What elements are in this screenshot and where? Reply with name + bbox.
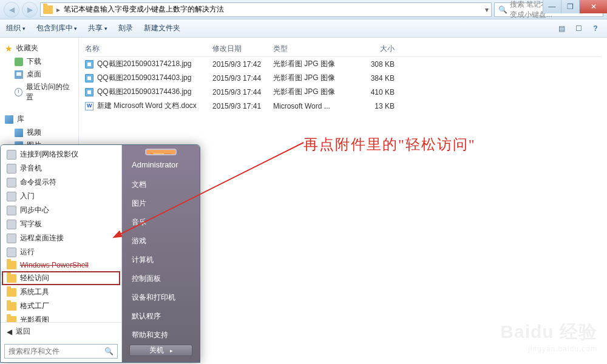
sidebar-item[interactable]: 视频 [2, 126, 76, 139]
toolbar: 组织 包含到库中 共享 刻录 新建文件夹 ▤ ☐ ? [0, 19, 607, 38]
library-icon [5, 115, 13, 124]
shutdown-button[interactable]: 关机 [129, 345, 192, 356]
app-icon [7, 220, 16, 229]
start-right-item[interactable]: 设备和打印机 [122, 288, 200, 307]
start-item[interactable]: 入门 [2, 189, 120, 203]
start-right-item[interactable]: 计算机 [122, 251, 200, 269]
file-row[interactable]: QQ截图20150903174218.jpg 2015/9/3 17:42 光影… [85, 57, 601, 71]
doc-icon [85, 102, 93, 110]
app-icon [7, 178, 16, 187]
burn-button[interactable]: 刻录 [118, 23, 133, 33]
folder-icon [7, 288, 16, 297]
help-icon[interactable]: ? [590, 23, 601, 34]
start-right-item[interactable]: 默认程序 [122, 307, 200, 326]
start-item[interactable]: Windows PowerShell [2, 259, 120, 271]
preview-button[interactable]: ☐ [573, 23, 584, 34]
address-bar[interactable]: ▸ 笔记本键盘输入字母变成小键盘上数字的解决方法 ▾ [40, 2, 492, 17]
start-item[interactable]: 格式工厂 [2, 299, 120, 313]
user-avatar[interactable] [145, 149, 177, 155]
favorites-header[interactable]: ★收藏夹 [2, 41, 76, 55]
start-item[interactable]: 写字板 [2, 217, 120, 231]
column-headers[interactable]: 名称 修改日期 类型 大小 [85, 41, 601, 57]
start-item[interactable]: 同步中心 [2, 203, 120, 217]
newfolder-button[interactable]: 新建文件夹 [144, 23, 180, 33]
maximize-button[interactable]: ❐ [561, 0, 579, 13]
start-item[interactable]: 连接到网络投影仪 [2, 147, 120, 161]
start-right-item[interactable]: 图片 [122, 194, 200, 213]
folder-icon [7, 316, 16, 323]
file-row[interactable]: 新建 Microsoft Word 文档.docx 2015/9/3 17:41… [85, 99, 601, 113]
app-icon [7, 248, 16, 257]
col-date[interactable]: 修改日期 [212, 44, 273, 54]
jpg-icon [85, 88, 93, 96]
folder-icon [7, 274, 16, 283]
app-icon [7, 192, 16, 201]
nav-forward-button[interactable]: ▶ [22, 2, 38, 18]
search-icon: 🔍 [498, 5, 507, 14]
start-menu: 连接到网络投影仪录音机命令提示符入门同步中心写字板远程桌面连接运行Windows… [0, 144, 200, 363]
folder-icon [43, 5, 53, 14]
minimize-button[interactable]: — [543, 0, 561, 13]
app-icon [7, 164, 16, 174]
back-arrow-icon: ◀ [7, 328, 12, 336]
jpg-icon [85, 74, 93, 83]
col-name[interactable]: 名称 [85, 44, 212, 54]
file-row[interactable]: QQ截图20150903174403.jpg 2015/9/3 17:44 光影… [85, 71, 601, 85]
start-right-item[interactable]: 控制面板 [122, 269, 200, 288]
sidebar-item[interactable]: 桌面 [2, 68, 76, 81]
sidebar-item[interactable]: 最近访问的位置 [2, 81, 76, 104]
title-bar: ◀ ▶ ▸ 笔记本键盘输入字母变成小键盘上数字的解决方法 ▾ 🔍 搜索 笔记本键… [0, 0, 607, 19]
libraries-header[interactable]: 库 [2, 112, 76, 126]
folder-icon [7, 261, 16, 269]
nav-back-button[interactable]: ◀ [4, 2, 19, 18]
start-item[interactable]: 远程桌面连接 [2, 231, 120, 245]
start-right-item[interactable]: 帮助和支持 [122, 326, 200, 345]
app-icon [7, 150, 16, 160]
include-button[interactable]: 包含到库中 [36, 23, 78, 33]
col-size[interactable]: 大小 [352, 44, 395, 54]
watermark: Baidu 经验 jingyan.baidu.com [500, 320, 597, 353]
app-icon [7, 206, 16, 215]
folder-icon [7, 302, 16, 311]
file-row[interactable]: QQ截图20150903174436.jpg 2015/9/3 17:44 光影… [85, 85, 601, 99]
path-text: 笔记本键盘输入字母变成小键盘上数字的解决方法 [64, 4, 224, 15]
jpg-icon [85, 60, 93, 69]
organize-button[interactable]: 组织 [6, 23, 25, 33]
start-right-item[interactable]: 文档 [122, 175, 200, 194]
start-item[interactable]: 轻松访问 [2, 271, 120, 285]
start-search-input[interactable]: 搜索程序和文件 🔍 [4, 344, 118, 359]
close-button[interactable]: ✕ [579, 0, 607, 13]
annotation-text: 再点附件里的"轻松访问" [304, 135, 476, 154]
view-button[interactable]: ▤ [556, 23, 567, 34]
share-button[interactable]: 共享 [88, 23, 107, 33]
sidebar-item[interactable]: 下载 [2, 55, 76, 68]
search-icon: 🔍 [104, 347, 114, 356]
start-right-item[interactable]: 游戏 [122, 232, 200, 251]
star-icon: ★ [5, 44, 13, 53]
start-back-button[interactable]: ◀ 返回 [1, 322, 121, 340]
start-item[interactable]: 系统工具 [2, 285, 120, 299]
start-item[interactable]: 运行 [2, 245, 120, 259]
start-item[interactable]: 命令提示符 [2, 175, 120, 189]
col-type[interactable]: 类型 [273, 44, 352, 54]
user-name[interactable]: Administrator [122, 159, 200, 175]
start-item[interactable]: 光影看图 [2, 313, 120, 322]
start-item[interactable]: 录音机 [2, 161, 120, 175]
app-icon [7, 234, 16, 243]
start-right-item[interactable]: 音乐 [122, 213, 200, 232]
